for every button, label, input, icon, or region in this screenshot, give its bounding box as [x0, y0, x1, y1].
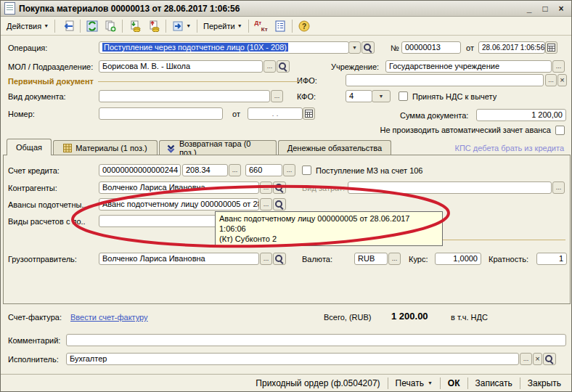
executor-ellipsis-button[interactable]: ...	[520, 353, 532, 365]
refresh-button[interactable]	[83, 18, 101, 33]
tab-money-obligations[interactable]: Денежные обязательства	[278, 140, 391, 155]
doc-kind-field[interactable]	[99, 90, 270, 102]
show-postings-button[interactable]: Дт Кт	[252, 18, 271, 33]
executor-search-button[interactable]	[543, 353, 556, 365]
comment-field[interactable]	[66, 334, 566, 346]
report-structure-button[interactable]	[271, 18, 289, 33]
minimize-button[interactable]: _	[523, 3, 536, 14]
write-document-button[interactable]	[58, 18, 77, 33]
credit-subaccount-ellipsis-button[interactable]: ...	[283, 164, 295, 176]
settlement-kinds-label: Виды расчетов с по..	[8, 216, 86, 227]
currency-field[interactable]: RUB	[354, 253, 388, 265]
ifo-field[interactable]	[346, 74, 544, 86]
copy-document-button[interactable]	[102, 18, 119, 33]
window-title: Покупка материалов 00000013 от 28.06.201…	[19, 4, 240, 14]
vat-checkbox[interactable]	[399, 91, 408, 101]
write-doc-icon	[61, 20, 74, 32]
mz-checkbox[interactable]	[302, 166, 311, 175]
document-window: Покупка материалов 00000013 от 28.06.201…	[0, 0, 572, 392]
institution-field[interactable]: Государственное учреждение	[385, 60, 552, 73]
operation-search-button[interactable]	[361, 41, 375, 54]
credit-account-field[interactable]: 208.34	[182, 164, 228, 176]
window-controls: _ □ ×	[523, 3, 568, 14]
credit-subaccount-field[interactable]: 660	[245, 164, 282, 176]
doc-date-field[interactable]: . .	[248, 107, 303, 120]
date-field[interactable]: 28.06.2017 1:06:56	[478, 41, 545, 54]
tab-materials[interactable]: Материалы (1 поз.)	[53, 140, 158, 155]
currency-ellipsis-button[interactable]: ...	[388, 253, 401, 265]
multiplicity-field[interactable]: 1	[536, 253, 567, 265]
actions-menu-button[interactable]: Действия ▼	[4, 18, 52, 33]
date-calendar-button[interactable]	[545, 41, 557, 54]
shipper-search-button[interactable]	[273, 253, 286, 265]
unpost-document-button[interactable]	[144, 18, 163, 33]
save-button[interactable]: Записать	[468, 378, 520, 388]
kfo-dropdown-button[interactable]: ▼	[372, 90, 391, 102]
cost-type-ellipsis-button[interactable]: ...	[552, 181, 565, 194]
shipper-ellipsis-button[interactable]: ...	[260, 253, 272, 265]
enter-invoice-link[interactable]: Ввести счет-фактуру	[70, 312, 148, 323]
credit-kps-field[interactable]: 00000000000000244	[99, 164, 181, 176]
ifo-clear-button[interactable]: ×	[557, 74, 567, 86]
operation-dropdown-button[interactable]: ▼	[348, 41, 361, 54]
kfo-label: КФО:	[297, 91, 316, 102]
date-prefix-label: от	[466, 43, 474, 54]
advances-field[interactable]: Аванс подотчетному лицу 000000005 от 28.	[99, 198, 259, 211]
executor-field[interactable]: Бухгалтер	[66, 353, 519, 365]
ok-button[interactable]: ОК	[441, 378, 467, 388]
vat-note-label: в т.ч. НДС	[451, 312, 488, 323]
multiplicity-label: Кратность:	[489, 254, 528, 265]
report-icon	[274, 20, 286, 32]
close-form-button[interactable]: Закрыть	[520, 378, 568, 388]
credit-account-ellipsis-button[interactable]: ...	[229, 164, 241, 176]
kps-link[interactable]: КПС дебета брать из кредита	[454, 143, 564, 154]
title-bar: Покупка материалов 00000013 от 28.06.201…	[1, 1, 571, 17]
comment-label: Комментарий:	[8, 335, 60, 346]
no-auto-offset-checkbox[interactable]	[555, 126, 565, 135]
print-menu-button[interactable]: Печать ▼	[388, 378, 440, 388]
shipper-field[interactable]: Волченко Лариса Ивановна	[99, 253, 259, 265]
doc-date-calendar-button[interactable]	[303, 107, 315, 120]
advances-ellipsis-button[interactable]: ...	[260, 198, 272, 211]
advances-search-button[interactable]	[273, 198, 286, 211]
ifo-ellipsis-button[interactable]: ...	[545, 74, 557, 86]
close-button[interactable]: ×	[555, 3, 568, 14]
rate-field[interactable]: 1,0000	[435, 253, 481, 265]
doc-kind-ellipsis-button[interactable]: ...	[271, 90, 283, 102]
mol-search-button[interactable]	[277, 60, 290, 73]
tab-return-container[interactable]: Возвратная тара (0 поз.)	[159, 140, 277, 155]
search-icon	[275, 184, 284, 192]
refresh-icon	[86, 20, 98, 32]
mol-field[interactable]: Борисова М. В. - Школа	[99, 60, 263, 73]
help-button[interactable]: ?	[295, 18, 313, 33]
total-label: Всего, (RUB)	[324, 312, 372, 323]
search-icon	[279, 62, 287, 71]
kfo-combobox[interactable]: 4	[346, 90, 372, 102]
tab-general[interactable]: Общая	[7, 139, 52, 155]
vat-checkbox-label: Принять НДС к вычету	[412, 91, 497, 102]
contractors-search-button[interactable]	[273, 181, 286, 194]
doc-number-field[interactable]	[99, 107, 223, 120]
sum-field[interactable]: 1 200,00	[476, 109, 566, 121]
chevron-down-icon: ▼	[186, 23, 191, 28]
mol-label: МОЛ / Подразделение:	[8, 62, 93, 73]
currency-label: Валюта:	[302, 254, 332, 265]
mol-ellipsis-button[interactable]: ...	[263, 60, 276, 73]
output-button[interactable]: ▼	[169, 18, 194, 33]
goto-menu-button[interactable]: Перейти ▼	[200, 18, 245, 33]
output-icon	[172, 20, 184, 32]
chevron-down-icon: ▼	[44, 23, 49, 28]
operation-combobox[interactable]: Поступление через подотчетное лицо (10Х …	[99, 41, 349, 54]
institution-ellipsis-button[interactable]: ...	[552, 60, 565, 73]
executor-clear-button[interactable]: ×	[533, 353, 542, 365]
contractors-ellipsis-button[interactable]: ...	[260, 181, 272, 194]
order-print-button[interactable]: Приходный ордер (ф.0504207)	[248, 378, 387, 388]
doc-date-prefix-label: от	[232, 109, 240, 120]
contractors-field[interactable]: Волченко Лариса Ивановна	[99, 181, 259, 194]
rate-label: Курс:	[409, 254, 428, 265]
maximize-button[interactable]: □	[539, 3, 552, 14]
cost-type-field[interactable]	[348, 181, 552, 194]
post-document-button[interactable]	[126, 18, 144, 33]
institution-label: Учреждение:	[331, 62, 379, 73]
number-field[interactable]: 00000013	[401, 41, 461, 54]
